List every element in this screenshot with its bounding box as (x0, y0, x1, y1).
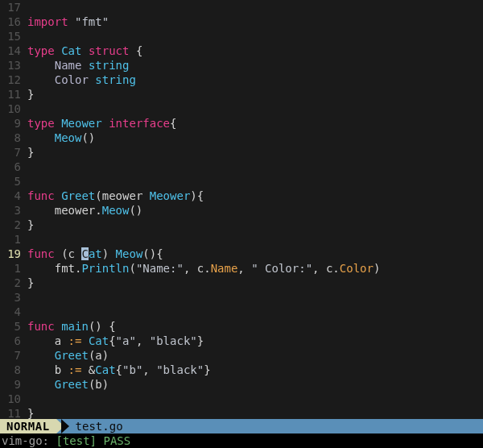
token-typ: Greet (55, 349, 89, 362)
code-line[interactable]: 2} (0, 218, 483, 232)
code-content[interactable]: Greet(a) (27, 348, 483, 363)
token-op: ) (374, 262, 380, 275)
code-line[interactable]: 7} (0, 145, 483, 160)
line-number: 12 (0, 73, 27, 87)
code-content[interactable]: Greet(b) (27, 377, 483, 392)
token-kw-struct: struct (89, 44, 130, 57)
line-number: 2 (0, 276, 27, 290)
code-content[interactable]: Name string (27, 58, 483, 73)
code-line[interactable]: 17 (0, 0, 483, 15)
code-content[interactable]: type Cat struct { (27, 44, 483, 58)
token-cursor: C (81, 247, 88, 260)
code-content[interactable] (27, 29, 483, 44)
code-line[interactable]: 9 Greet(b) (0, 377, 483, 392)
code-line[interactable]: 14type Cat struct { (0, 44, 483, 58)
token-field: Name (211, 262, 238, 275)
line-number: 17 (0, 0, 27, 15)
token-op: } (197, 334, 204, 347)
line-number: 4 (0, 305, 27, 319)
token-op: (a) (89, 349, 109, 362)
token-op: { (129, 44, 142, 57)
code-line[interactable]: 5func main() { (0, 319, 483, 334)
token-op: } (27, 276, 34, 289)
code-content[interactable]: meower.Meow() (27, 203, 483, 218)
line-number: 2 (0, 218, 27, 232)
code-content[interactable]: } (27, 406, 483, 419)
code-content[interactable]: } (27, 145, 483, 160)
token-kw-func: func (27, 320, 55, 333)
code-content[interactable]: fmt.Println("Name:", c.Name, " Color:", … (27, 261, 483, 276)
code-line[interactable]: 15 (0, 29, 483, 44)
code-line[interactable]: 11} (0, 406, 483, 419)
code-content[interactable]: } (27, 276, 483, 290)
code-line[interactable]: 1 (0, 232, 483, 247)
code-content[interactable] (27, 102, 483, 116)
code-line[interactable]: 7 Greet(a) (0, 348, 483, 363)
line-number: 5 (0, 319, 27, 334)
code-line[interactable]: 1 fmt.Println("Name:", c.Name, " Color:"… (0, 261, 483, 276)
token-kw-import: import (27, 15, 68, 28)
code-line[interactable]: 8 b := &Cat{"b", "black"} (0, 363, 483, 377)
code-line[interactable]: 10 (0, 102, 483, 116)
token-op (27, 73, 55, 86)
code-line[interactable]: 2} (0, 276, 483, 290)
token-typ: Meow (116, 247, 143, 260)
token-assign: := (68, 334, 82, 347)
code-area[interactable]: 1716import "fmt"1514type Cat struct {13 … (0, 0, 483, 419)
code-content[interactable]: Color string (27, 73, 483, 87)
code-content[interactable]: type Meower interface{ (27, 116, 483, 131)
token-typ: Greet (61, 189, 95, 202)
code-content[interactable]: } (27, 87, 483, 102)
token-op (55, 189, 61, 202)
token-op: (meower (95, 189, 149, 202)
token-op: , (237, 262, 251, 275)
line-number: 19 (0, 247, 27, 261)
code-content[interactable] (27, 0, 483, 15)
code-line[interactable]: 3 meower.Meow() (0, 203, 483, 218)
code-line[interactable]: 6 a := Cat{"a", "black"} (0, 334, 483, 348)
token-op (81, 334, 88, 347)
code-line[interactable]: 19func (c Cat) Meow(){ (0, 247, 483, 261)
token-op: } (27, 407, 34, 419)
token-ident: Color (55, 73, 89, 86)
code-line[interactable]: 11} (0, 87, 483, 102)
code-content[interactable]: Meow() (27, 131, 483, 145)
code-content[interactable] (27, 305, 483, 319)
token-op: (b) (89, 378, 109, 391)
token-op (68, 15, 75, 28)
code-line[interactable]: 12 Color string (0, 73, 483, 87)
code-line[interactable]: 9type Meower interface{ (0, 116, 483, 131)
code-line[interactable]: 13 Name string (0, 58, 483, 73)
message-result: PASS (103, 434, 130, 447)
line-number: 3 (0, 290, 27, 305)
token-op (102, 117, 109, 130)
line-number: 8 (0, 363, 27, 377)
code-content[interactable] (27, 290, 483, 305)
code-content[interactable]: a := Cat{"a", "black"} (27, 334, 483, 348)
line-number: 15 (0, 29, 27, 44)
editor-root: 1716import "fmt"1514type Cat struct {13 … (0, 0, 483, 448)
code-line[interactable]: 16import "fmt" (0, 15, 483, 29)
line-number: 10 (0, 392, 27, 406)
code-content[interactable]: } (27, 218, 483, 232)
code-content[interactable]: func Greet(meower Meower){ (27, 189, 483, 203)
line-number: 3 (0, 203, 27, 218)
code-line[interactable]: 5 (0, 174, 483, 189)
line-number: 1 (0, 261, 27, 276)
code-line[interactable]: 6 (0, 160, 483, 174)
code-content[interactable]: func (c Cat) Meow(){ (27, 247, 483, 261)
code-line[interactable]: 10 (0, 392, 483, 406)
token-op: a (27, 334, 68, 347)
code-content[interactable] (27, 174, 483, 189)
code-line[interactable]: 4func Greet(meower Meower){ (0, 189, 483, 203)
code-line[interactable]: 3 (0, 290, 483, 305)
code-content[interactable] (27, 392, 483, 406)
code-line[interactable]: 4 (0, 305, 483, 319)
code-content[interactable]: func main() { (27, 319, 483, 334)
code-line[interactable]: 8 Meow() (0, 131, 483, 145)
code-content[interactable]: import "fmt" (27, 15, 483, 29)
code-content[interactable]: b := &Cat{"b", "black"} (27, 363, 483, 377)
token-typ: at (89, 247, 102, 260)
code-content[interactable] (27, 160, 483, 174)
code-content[interactable] (27, 232, 483, 247)
